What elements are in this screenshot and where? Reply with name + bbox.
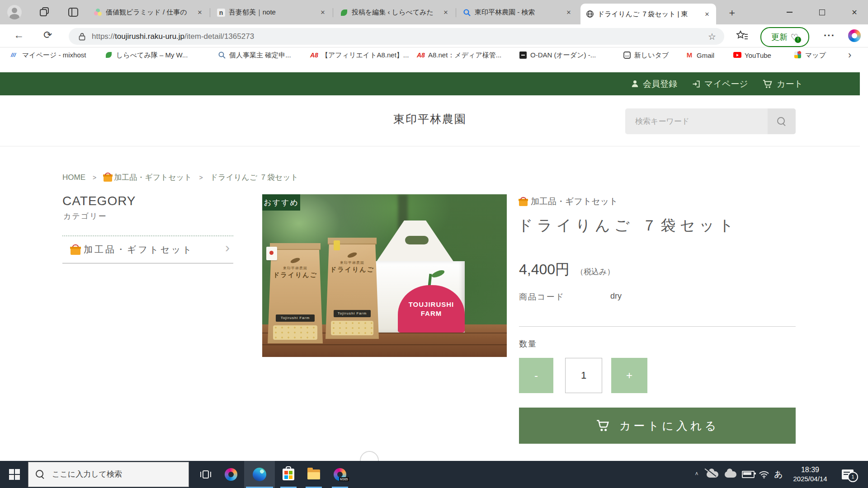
address-bar[interactable]: https://toujirushi.raku-uru.jp/item-deta… bbox=[69, 28, 724, 45]
start-button[interactable] bbox=[9, 469, 20, 480]
taskbar-copilot-button[interactable] bbox=[220, 461, 242, 488]
new-tab-button[interactable]: ＋ bbox=[727, 6, 737, 19]
recommended-badge: おすすめ bbox=[262, 194, 300, 211]
chevron-right-icon: › bbox=[225, 240, 230, 255]
tab-close-icon[interactable]: ✕ bbox=[196, 9, 203, 16]
tab-close-icon[interactable]: ✕ bbox=[703, 11, 711, 18]
tab-title: 東印平林農園 - 検索 bbox=[475, 8, 561, 17]
bookmarks-bar: /// マイページ - mixhost しらべてみ隊 – My W... 個人事… bbox=[0, 47, 868, 63]
tab-2[interactable]: n 吾妻郁美｜note ✕ bbox=[212, 4, 332, 21]
refresh-icon[interactable]: ⟳ bbox=[43, 29, 52, 41]
breadcrumb-home-link[interactable]: HOME bbox=[62, 173, 85, 182]
price-row: 4,400円 （税込み） bbox=[519, 260, 614, 280]
mixhost-icon: /// bbox=[11, 51, 19, 59]
search-icon bbox=[218, 51, 226, 59]
tab-title: 投稿を編集 ‹ しらべてみた bbox=[352, 8, 439, 17]
bookmark-odan[interactable]: O-DAN (オーダン) -... bbox=[519, 47, 596, 63]
tab-close-icon[interactable]: ✕ bbox=[442, 9, 449, 16]
sidebar-item-gift-set[interactable]: 加工品・ギフトセット › bbox=[62, 236, 233, 263]
close-window-button[interactable]: ✕ bbox=[842, 0, 867, 24]
bookmark-kojin-jigyonushi[interactable]: 個人事業主 確定申... bbox=[218, 47, 291, 63]
tray-clock[interactable]: 18:39 2025/04/14 bbox=[787, 461, 834, 488]
ime-indicator[interactable]: あ bbox=[771, 461, 786, 488]
battery-icon[interactable] bbox=[741, 461, 756, 488]
tab-3[interactable]: 投稿を編集 ‹ しらべてみた ✕ bbox=[335, 4, 455, 21]
globe-favicon bbox=[586, 10, 594, 18]
taskbar-explorer-button[interactable] bbox=[302, 461, 326, 488]
tray-expand-chevron[interactable]: ＾ bbox=[690, 461, 703, 488]
bookmark-new-tab[interactable]: 新しいタブ bbox=[623, 47, 669, 63]
add-to-cart-button[interactable]: カートに入れる bbox=[519, 408, 796, 444]
bookmark-youtube[interactable]: YouTube bbox=[733, 47, 771, 63]
lock-icon bbox=[79, 33, 85, 41]
product-category-link[interactable]: 加工品・ギフトセット bbox=[519, 196, 618, 207]
tab-close-icon[interactable]: ✕ bbox=[565, 9, 572, 16]
onedrive-paused-icon[interactable] bbox=[704, 461, 721, 488]
file-explorer-icon bbox=[307, 469, 320, 479]
scroll-top-button[interactable] bbox=[360, 451, 379, 461]
taskbar-edge-button[interactable] bbox=[244, 461, 275, 488]
tab-close-icon[interactable]: ✕ bbox=[319, 9, 326, 16]
category-subheading: カテゴリー bbox=[63, 211, 107, 221]
onedrive-icon[interactable] bbox=[722, 461, 739, 488]
bookmarks-overflow-chevron[interactable]: › bbox=[848, 49, 851, 61]
gift-icon bbox=[104, 173, 112, 182]
taskbar-search[interactable] bbox=[28, 462, 189, 487]
bookmark-a8-affiliate[interactable]: A8 【アフィリエイトA8.net】... bbox=[310, 47, 409, 63]
product-title: ドライりんご ７袋セット bbox=[518, 216, 738, 236]
tab-actions-menu-icon[interactable] bbox=[67, 6, 80, 19]
browser-tab-strip: 価値観ピラミッド / 仕事の ✕ n 吾妻郁美｜note ✕ 投稿を編集 ‹ し… bbox=[0, 0, 868, 24]
wordpress-favicon bbox=[340, 9, 348, 17]
breadcrumb-category-link[interactable]: 加工品・ギフトセット bbox=[104, 172, 192, 183]
maximize-button[interactable] bbox=[809, 0, 835, 24]
back-icon[interactable]: ← bbox=[14, 29, 24, 41]
quantity-minus-button[interactable]: - bbox=[519, 358, 553, 393]
person-icon bbox=[631, 80, 639, 88]
product-code-value: dry bbox=[610, 291, 622, 301]
favorites-bar-icon[interactable] bbox=[736, 30, 749, 42]
member-register-link[interactable]: 会員登録 bbox=[631, 72, 677, 95]
bookmark-maps[interactable]: マップ bbox=[794, 47, 826, 63]
update-button[interactable]: 更新 ♡! bbox=[760, 27, 809, 47]
url-text: https://toujirushi.raku-uru.jp/item-deta… bbox=[92, 32, 254, 41]
tab-1[interactable]: 価値観ピラミッド / 仕事の ✕ bbox=[89, 4, 209, 21]
tab-4[interactable]: 東印平林農園 - 検索 ✕ bbox=[458, 4, 578, 21]
wifi-icon[interactable] bbox=[757, 461, 771, 488]
tab-title: 吾妻郁美｜note bbox=[229, 8, 316, 17]
search-icon bbox=[777, 117, 786, 126]
quantity-plus-button[interactable]: + bbox=[611, 358, 647, 393]
windows-taskbar: M365 ＾ あ 18:39 2025/04/14 1 bbox=[0, 461, 868, 488]
tab-5-active[interactable]: ドライりんご ７袋セット | 東 ✕ bbox=[580, 4, 716, 24]
notification-center-icon[interactable]: 1 bbox=[837, 461, 858, 488]
search-favicon bbox=[463, 9, 471, 17]
mypage-link[interactable]: マイページ bbox=[692, 72, 748, 95]
a8-icon: A8 bbox=[417, 51, 425, 59]
new-tab-icon bbox=[623, 51, 631, 59]
copilot-icon[interactable] bbox=[848, 29, 861, 42]
browser-toolbar: ← ⟳ https://toujirushi.raku-uru.jp/item-… bbox=[0, 24, 868, 47]
bookmark-gmail[interactable]: M Gmail bbox=[685, 47, 714, 63]
taskbar-m365-button[interactable]: M365 bbox=[327, 461, 353, 488]
search-button[interactable] bbox=[768, 108, 796, 134]
bookmark-a8-media[interactable]: A8 A8.net：メディア様管... bbox=[417, 47, 501, 63]
minimize-button[interactable] bbox=[777, 0, 802, 24]
tax-note: （税込み） bbox=[576, 267, 614, 277]
screen: 価値観ピラミッド / 仕事の ✕ n 吾妻郁美｜note ✕ 投稿を編集 ‹ し… bbox=[0, 0, 868, 488]
search-input[interactable] bbox=[625, 108, 768, 134]
task-view-button[interactable] bbox=[194, 461, 217, 488]
favorite-star-icon[interactable]: ☆ bbox=[708, 31, 716, 42]
tab-title: 価値観ピラミッド / 仕事の bbox=[106, 8, 193, 17]
taskbar-search-input[interactable] bbox=[51, 469, 181, 479]
cart-link[interactable]: カート bbox=[762, 72, 803, 95]
quantity-input[interactable] bbox=[565, 358, 602, 393]
bag-graphic-2: 東印平林農園 ドライりんご Tojirushi Farm bbox=[326, 238, 379, 339]
site-icon bbox=[105, 51, 113, 59]
workspaces-icon[interactable] bbox=[38, 6, 51, 19]
update-badge: ! bbox=[794, 36, 802, 43]
profile-avatar-icon[interactable] bbox=[7, 5, 22, 19]
settings-menu-icon[interactable]: ··· bbox=[824, 30, 835, 42]
bookmark-mixhost[interactable]: /// マイページ - mixhost bbox=[11, 47, 86, 63]
bookmark-shirabetemitai[interactable]: しらべてみ隊 – My W... bbox=[105, 47, 188, 63]
taskbar-store-button[interactable] bbox=[277, 461, 300, 488]
site-search bbox=[625, 108, 796, 134]
